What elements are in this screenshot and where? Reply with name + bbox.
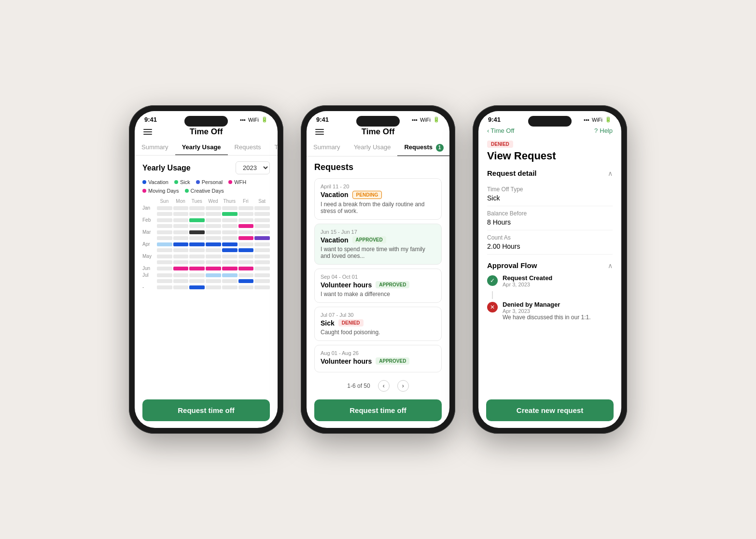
cal-jun-1: Jun xyxy=(142,266,270,271)
approval-label-0: Request Created xyxy=(503,274,552,282)
creative-dot xyxy=(185,189,189,193)
request-detail-title: Request detail xyxy=(487,169,537,177)
time-off-type-row: Time Off Type Sick xyxy=(487,182,613,206)
tab-requests-2[interactable]: Requests 1 xyxy=(397,141,449,156)
approval-note-1: We have discussed this in our 1:1. xyxy=(503,314,591,321)
approval-text-0: Request Created Apr 3, 2023 xyxy=(503,274,552,287)
signal-icon-2: ▪▪▪ xyxy=(412,117,418,123)
tab-summary-2[interactable]: Summary xyxy=(307,141,347,156)
requests-count-badge: 1 xyxy=(436,144,444,152)
bottom-btn-2: Request time off xyxy=(307,395,449,428)
approval-step-0: ✓ Request Created Apr 3, 2023 xyxy=(487,274,613,287)
bottom-btn-1: Request time off xyxy=(135,395,278,428)
pagination-text: 1-6 of 50 xyxy=(347,383,370,389)
request-card-0[interactable]: April 11 - 20 Vacation PENDING I need a … xyxy=(314,178,442,220)
tabs-2: Summary Yearly Usage Requests 1 xyxy=(307,137,449,156)
req-date-4: Aug 01 - Aug 26 xyxy=(321,350,435,356)
approval-step-1: ✕ Denied by Manager Apr 3, 2023 We have … xyxy=(487,301,613,321)
req-desc-0: I need a break from the daily routine an… xyxy=(321,201,435,214)
view-content: DENIED View Request Request detail ∧ Tim… xyxy=(478,134,621,395)
req-title-row-2: Volunteer hours APPROVED xyxy=(321,281,435,289)
tab-requests-1[interactable]: Requests xyxy=(228,141,268,156)
wifi-icon: WiFi xyxy=(248,117,259,123)
personal-dot xyxy=(196,180,200,184)
count-as-row: Count As 2.00 Hours xyxy=(487,230,613,255)
cal-mar-1: Mar xyxy=(142,229,270,235)
create-new-request-btn[interactable]: Create new request xyxy=(486,399,614,421)
cal-apr-2 xyxy=(142,248,270,252)
legend-wfh: WFH xyxy=(228,179,246,185)
req-date-2: Sep 04 - Oct 01 xyxy=(321,274,435,280)
time-off-type-label: Time Off Type xyxy=(487,186,613,193)
req-desc-2: I want to make a difference xyxy=(321,291,435,298)
req-date-0: April 11 - 20 xyxy=(321,184,435,189)
legend-vacation-label: Vacation xyxy=(148,179,168,185)
notch-3 xyxy=(528,116,572,127)
req-title-row-1: Vacation APPROVED xyxy=(321,236,435,244)
request-card-1[interactable]: Jun 15 - Jun 17 Vacation APPROVED I want… xyxy=(314,224,442,265)
req-title-row-4: Volunteer hours APPROVED xyxy=(321,357,435,365)
moving-dot xyxy=(142,189,146,193)
back-button[interactable]: ‹ Time Off xyxy=(487,127,514,134)
prev-page-btn[interactable]: ‹ xyxy=(378,380,390,392)
legend-creative: Creative Days xyxy=(185,188,224,194)
time-3: 9:41 xyxy=(488,116,501,123)
cal-bottom: - xyxy=(142,284,270,290)
request-card-2[interactable]: Sep 04 - Oct 01 Volunteer hours APPROVED… xyxy=(314,269,442,303)
approval-icon-0: ✓ xyxy=(487,275,498,286)
req-badge-4: APPROVED xyxy=(376,357,409,365)
next-page-btn[interactable]: › xyxy=(397,380,409,392)
balance-before-label: Balance Before xyxy=(487,210,613,217)
yearly-content: Yearly Usage 2023 2022 2021 Vacation xyxy=(135,156,278,395)
status-bar-3: 9:41 ▪▪▪ WiFi 🔋 xyxy=(478,111,621,123)
phones-container: 9:41 ▪▪▪ WiFi 🔋 Time Off Summary Y xyxy=(129,105,627,434)
req-type-0: Vacation xyxy=(321,191,349,199)
approval-icon-1: ✕ xyxy=(487,302,498,312)
tab-yearly-2[interactable]: Yearly Usage xyxy=(347,141,398,156)
help-label: Help xyxy=(600,127,613,134)
request-time-off-btn-2[interactable]: Request time off xyxy=(314,399,442,421)
tab-summary-1[interactable]: Summary xyxy=(135,141,175,156)
phone1-content: Time Off Summary Yearly Usage Requests T… xyxy=(135,123,278,428)
vacation-dot xyxy=(142,180,146,184)
menu-icon-1[interactable] xyxy=(143,129,152,135)
legend: Vacation Sick Personal WFH xyxy=(142,179,270,194)
tab-yearly[interactable]: Yearly Usage xyxy=(175,141,228,156)
phone-3: 9:41 ▪▪▪ WiFi 🔋 ‹ Time Off ? Help xyxy=(473,105,627,434)
tab-more-1[interactable]: T... xyxy=(268,141,278,156)
req-type-4: Volunteer hours xyxy=(321,357,372,365)
request-card-3[interactable]: Jul 07 - Jul 30 Sick DENIED Caught food … xyxy=(314,307,442,341)
legend-sick-label: Sick xyxy=(180,179,190,185)
denied-badge: DENIED xyxy=(487,141,513,148)
request-card-4[interactable]: Aug 01 - Aug 26 Volunteer hours APPROVED xyxy=(314,345,442,372)
app-header-2: Time Off xyxy=(307,123,449,137)
status-icons-3: ▪▪▪ WiFi 🔋 xyxy=(584,116,612,123)
cal-jan-1: Jan xyxy=(142,205,270,211)
approval-flow-title: Approval Flow xyxy=(487,261,537,270)
status-icons-2: ▪▪▪ WiFi 🔋 xyxy=(412,116,440,123)
approval-section: Approval Flow ∧ ✓ Request Created Apr 3,… xyxy=(487,261,613,321)
request-time-off-btn-1[interactable]: Request time off xyxy=(142,399,270,421)
pagination: 1-6 of 50 ‹ › xyxy=(314,376,442,395)
app-header-1: Time Off xyxy=(135,123,278,137)
legend-vacation: Vacation xyxy=(142,179,168,185)
help-button[interactable]: ? Help xyxy=(594,127,613,134)
req-desc-1: I want to spend more time with my family… xyxy=(321,246,435,259)
cal-jul-2 xyxy=(142,279,270,283)
req-badge-2: APPROVED xyxy=(376,281,409,288)
cal-jul-1: Jul xyxy=(142,272,270,278)
time-1: 9:41 xyxy=(144,116,157,123)
req-title-row-0: Vacation PENDING xyxy=(321,191,435,199)
req-date-1: Jun 15 - Jun 17 xyxy=(321,229,435,235)
sick-dot xyxy=(174,180,178,184)
calendar-grid: Sun Mon Tues Wed Thurs Fri Sat Jan xyxy=(142,199,270,290)
balance-before-value: 8 Hours xyxy=(487,218,613,226)
year-select[interactable]: 2023 2022 2021 xyxy=(236,161,270,174)
menu-icon-2[interactable] xyxy=(315,129,324,135)
approval-chevron-icon: ∧ xyxy=(608,262,613,270)
yearly-header: Yearly Usage 2023 2022 2021 xyxy=(142,161,270,174)
bottom-btn-3: Create new request xyxy=(478,395,621,428)
req-type-3: Sick xyxy=(321,319,335,327)
help-question-icon: ? xyxy=(594,127,598,134)
signal-icon: ▪▪▪ xyxy=(240,117,246,123)
